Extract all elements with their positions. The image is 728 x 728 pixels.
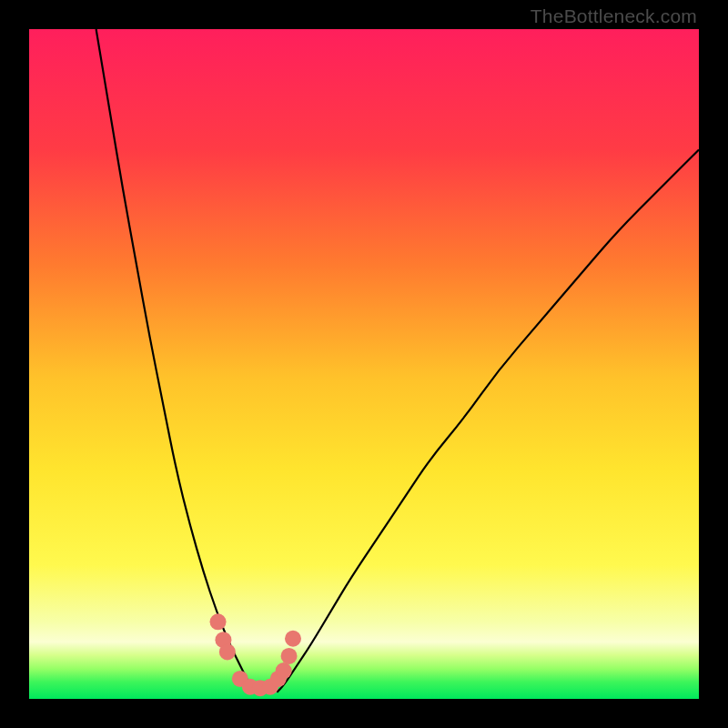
data-marker [281,648,298,664]
marker-group [210,613,301,696]
data-marker [276,662,292,679]
chart-frame: TheBottleneck.com [0,0,728,728]
curve-layer [29,29,699,699]
plot-area [29,29,699,699]
right-curve [277,149,699,692]
watermark-text: TheBottleneck.com [531,5,697,27]
data-marker [285,631,301,647]
data-marker [219,643,236,660]
data-marker [210,613,227,630]
left-curve [96,29,258,693]
